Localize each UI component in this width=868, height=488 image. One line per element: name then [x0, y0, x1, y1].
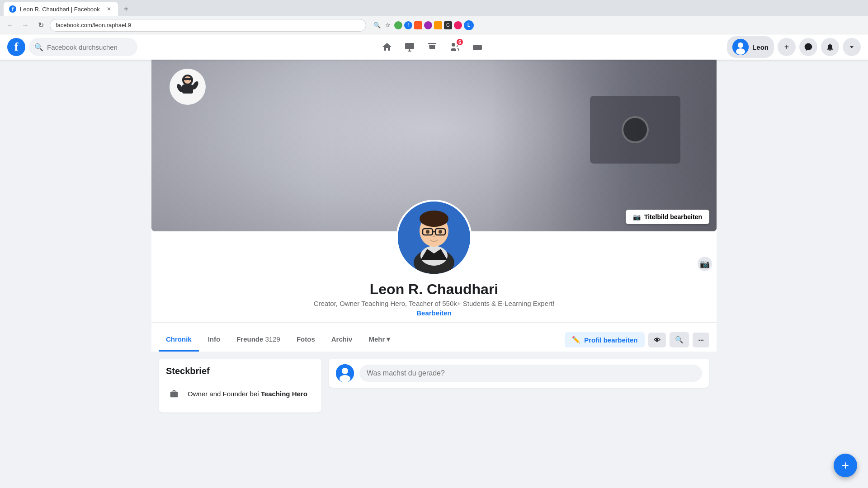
tab-archiv[interactable]: Archiv	[324, 328, 360, 352]
profile-divider	[151, 322, 717, 323]
profile-avatar-area: 📷	[151, 200, 717, 276]
forward-button[interactable]: →	[19, 19, 32, 32]
address-text: facebook.com/leon.raphael.9	[56, 22, 131, 28]
svg-point-24	[439, 230, 442, 234]
marketplace-nav-btn[interactable]	[421, 36, 443, 58]
ext-1[interactable]	[394, 21, 402, 29]
friends-count: 3129	[265, 335, 280, 343]
briefcase-icon	[166, 385, 182, 402]
search-profile-icon: 🔍	[675, 336, 684, 344]
svg-rect-8	[182, 84, 193, 94]
star-icon[interactable]: ☆	[383, 21, 392, 30]
groups-nav-btn[interactable]: 6	[444, 36, 466, 58]
post-composer	[329, 359, 709, 388]
right-column	[329, 359, 709, 413]
steckbrief-work-text: Owner and Founder bei Teaching Hero	[188, 390, 307, 398]
browser-chrome: f Leon R. Chaudhari | Facebook ✕ + ← → ↻…	[0, 0, 868, 34]
profile-avatar-image	[398, 202, 470, 274]
add-icon: +	[784, 42, 789, 52]
messenger-button[interactable]	[799, 38, 817, 56]
svg-rect-12	[182, 78, 193, 80]
steckbrief-work-item: Owner and Founder bei Teaching Hero	[166, 382, 314, 405]
tab-bar: f Leon R. Chaudhari | Facebook ✕ +	[0, 0, 868, 16]
eye-icon: 👁	[654, 336, 660, 344]
reload-button[interactable]: ↻	[34, 19, 47, 32]
browser-icons: 🔍 ☆ f G L	[373, 20, 474, 30]
ext-6[interactable]: G	[444, 21, 452, 29]
svg-point-26	[342, 368, 348, 374]
tab-mehr[interactable]: Mehr ▾	[361, 328, 397, 352]
chevron-down-icon: ▾	[387, 335, 390, 343]
profile-info: Leon R. Chaudhari Creator, Owner Teachin…	[151, 276, 717, 317]
svg-rect-0	[405, 43, 414, 49]
view-as-button[interactable]: 👁	[648, 333, 666, 347]
left-column: Steckbrief Owner and Founder bei Teachin…	[159, 359, 321, 413]
active-tab[interactable]: f Leon R. Chaudhari | Facebook ✕	[4, 2, 118, 16]
gaming-nav-btn[interactable]	[467, 36, 488, 58]
profile-avatar-nav[interactable]: L	[464, 20, 474, 30]
company-name: Teaching Hero	[261, 390, 307, 398]
fb-nav-right: Leon +	[727, 36, 861, 58]
profile-avatar-ring	[396, 200, 472, 276]
watch-nav-btn[interactable]	[399, 36, 420, 58]
user-avatar	[732, 39, 749, 55]
new-tab-button[interactable]: +	[120, 3, 132, 15]
fb-navbar: f 🔍 6 Leon +	[0, 34, 868, 60]
post-input[interactable]	[359, 365, 702, 382]
tab-info[interactable]: Info	[201, 328, 228, 352]
svg-point-23	[426, 230, 429, 234]
address-bar[interactable]: facebook.com/leon.raphael.9	[50, 19, 366, 32]
groups-badge: 6	[456, 38, 464, 46]
pencil-icon: ✏️	[572, 336, 580, 344]
profile-page: 📷 Titelbild bearbeiten	[151, 60, 717, 420]
camera-icon: 📷	[700, 259, 710, 269]
ext-4[interactable]	[424, 21, 432, 29]
edit-profile-button[interactable]: ✏️ Profil bearbeiten	[565, 332, 645, 347]
profile-name: Leon R. Chaudhari	[151, 281, 717, 298]
search-icon: 🔍	[34, 43, 43, 52]
svg-point-27	[340, 375, 350, 382]
profile-action-buttons: ✏️ Profil bearbeiten 👁 🔍 ···	[565, 332, 709, 347]
svg-point-5	[736, 48, 745, 55]
fb-logo[interactable]: f	[7, 38, 25, 56]
svg-point-1	[452, 43, 455, 47]
menu-button[interactable]	[843, 38, 861, 56]
user-profile-button[interactable]: Leon	[727, 36, 774, 58]
ext-3[interactable]	[414, 21, 422, 29]
ellipsis-icon: ···	[698, 336, 704, 344]
home-nav-btn[interactable]	[376, 36, 398, 58]
fb-search-bar[interactable]: 🔍	[29, 38, 137, 56]
ext-5[interactable]	[434, 21, 442, 29]
tab-close-button[interactable]: ✕	[105, 5, 113, 13]
profile-navigation: Chronik Info Freunde 3129 Fotos Archiv M…	[151, 328, 717, 352]
steckbrief-card: Steckbrief Owner and Founder bei Teachin…	[159, 359, 321, 413]
svg-point-19	[420, 211, 448, 227]
user-name: Leon	[752, 43, 769, 51]
more-actions-button[interactable]: ···	[693, 333, 709, 347]
search-icon[interactable]: 🔍	[373, 21, 382, 30]
back-button[interactable]: ←	[4, 19, 16, 32]
cover-sticker	[170, 69, 206, 105]
add-button[interactable]: +	[778, 38, 796, 56]
tab-chronik[interactable]: Chronik	[159, 328, 199, 352]
browser-navigation: ← → ↻ facebook.com/leon.raphael.9 🔍 ☆ f …	[0, 16, 868, 34]
composer-avatar	[336, 364, 354, 382]
edit-avatar-button[interactable]: 📷	[697, 256, 713, 272]
notifications-button[interactable]	[821, 38, 839, 56]
profile-content: Steckbrief Owner and Founder bei Teachin…	[151, 352, 717, 420]
svg-rect-2	[473, 45, 482, 50]
tab-freunde[interactable]: Freunde 3129	[229, 328, 288, 352]
profile-bio: Creator, Owner Teaching Hero, Teacher of…	[151, 300, 717, 307]
edit-bio-link[interactable]: Bearbeiten	[151, 309, 717, 317]
tab-title: Leon R. Chaudhari | Facebook	[20, 6, 100, 13]
tab-favicon: f	[9, 5, 16, 13]
svg-point-4	[738, 42, 743, 48]
search-input[interactable]	[47, 43, 128, 51]
steckbrief-title: Steckbrief	[166, 366, 314, 376]
ext-2[interactable]: f	[404, 21, 412, 29]
ext-7[interactable]	[454, 21, 462, 29]
fb-nav-center: 6	[141, 36, 723, 58]
tab-fotos[interactable]: Fotos	[289, 328, 322, 352]
search-profile-button[interactable]: 🔍	[670, 332, 689, 347]
